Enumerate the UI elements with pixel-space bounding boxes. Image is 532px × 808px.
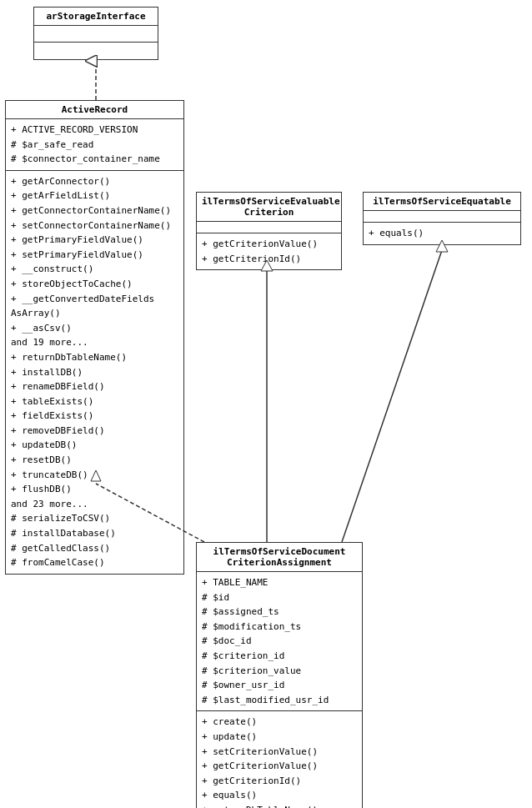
box-activeRecord: ActiveRecord + ACTIVE_RECORD_VERSION # $… bbox=[5, 100, 184, 575]
box-ilTermsDocument-methods: + create() + update() + setCriterionValu… bbox=[197, 711, 362, 808]
box-ilTermsDocument-title: ilTermsOfServiceDocument CriterionAssign… bbox=[197, 543, 362, 572]
box-ilTermsEvaluable-section bbox=[197, 222, 341, 233]
box-ilTermsEvaluable-methods: + getCriterionValue() + getCriterionId() bbox=[197, 233, 341, 269]
box-ilTermsDocument: ilTermsOfServiceDocument CriterionAssign… bbox=[196, 542, 363, 808]
box-ilTermsEquatable: ilTermsOfServiceEquatable + equals() bbox=[363, 192, 521, 245]
box-ilTermsDocument-fields: + TABLE_NAME # $id # $assigned_ts # $mod… bbox=[197, 572, 362, 711]
arrow-doc-to-equatable bbox=[342, 250, 442, 542]
box-arStorageInterface-section1 bbox=[34, 26, 158, 43]
box-arStorageInterface-section2 bbox=[34, 43, 158, 59]
box-activeRecord-fields: + ACTIVE_RECORD_VERSION # $ar_safe_read … bbox=[6, 119, 183, 171]
box-ilTermsEvaluable-title: ilTermsOfServiceEvaluable Criterion bbox=[197, 193, 341, 222]
box-activeRecord-title: ActiveRecord bbox=[6, 101, 183, 119]
box-ilTermsEquatable-methods: + equals() bbox=[364, 223, 520, 244]
box-ilTermsEquatable-section bbox=[364, 211, 520, 223]
diagram-container: arStorageInterface ActiveRecord + ACTIVE… bbox=[0, 0, 532, 808]
box-activeRecord-methods: + getArConnector() + getArFieldList() + … bbox=[6, 171, 183, 574]
box-ilTermsEquatable-title: ilTermsOfServiceEquatable bbox=[364, 193, 520, 211]
box-arStorageInterface-title: arStorageInterface bbox=[34, 8, 158, 26]
box-ilTermsEvaluable: ilTermsOfServiceEvaluable Criterion + ge… bbox=[196, 192, 342, 270]
box-arStorageInterface: arStorageInterface bbox=[33, 7, 158, 60]
